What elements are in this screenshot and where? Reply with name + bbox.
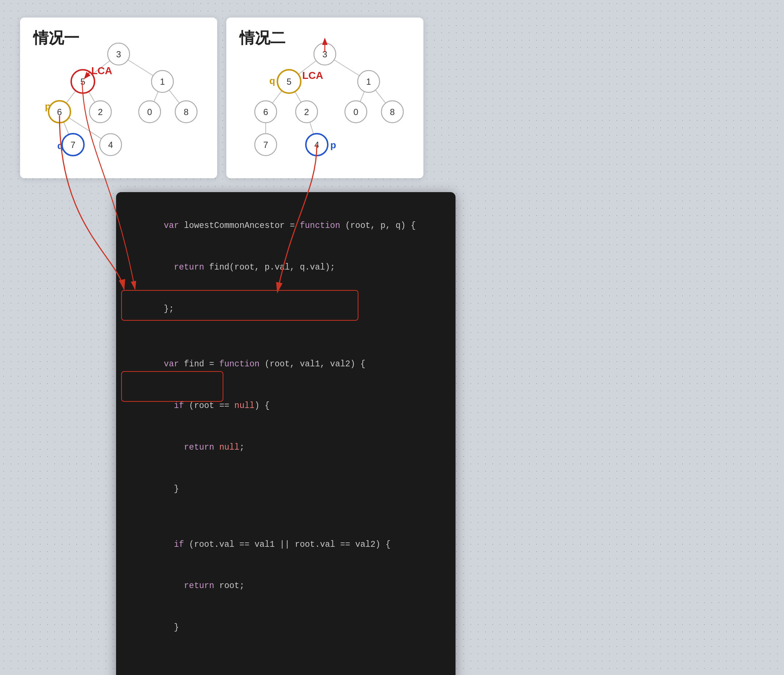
svg-line-1 <box>119 54 162 81</box>
code-line-1: var lowestCommonAncestor = function (roo… <box>134 205 438 247</box>
svg-line-6 <box>59 112 73 145</box>
svg-text:8: 8 <box>184 107 188 117</box>
code-content: var lowestCommonAncestor = function (roo… <box>134 205 438 675</box>
svg-point-39 <box>277 70 301 93</box>
svg-text:2: 2 <box>98 107 103 117</box>
svg-line-30 <box>325 54 369 81</box>
code-line-6: return null; <box>134 427 438 469</box>
svg-text:6: 6 <box>263 107 268 117</box>
svg-point-16 <box>89 101 111 123</box>
case2-card: 情况二 3 5 1 6 2 0 8 7 <box>226 17 423 178</box>
svg-point-43 <box>255 101 277 123</box>
svg-line-7 <box>59 112 110 145</box>
svg-text:4: 4 <box>108 140 113 150</box>
svg-text:4: 4 <box>314 140 319 150</box>
svg-text:1: 1 <box>366 77 371 87</box>
code-line-5: if (root == null) { <box>134 385 438 427</box>
svg-text:3: 3 <box>322 49 327 59</box>
svg-point-49 <box>381 101 403 123</box>
code-line-9: return root; <box>134 566 438 607</box>
svg-text:0: 0 <box>353 107 358 117</box>
svg-line-4 <box>149 81 162 112</box>
svg-text:3: 3 <box>116 49 121 59</box>
svg-text:0: 0 <box>147 107 152 117</box>
svg-line-31 <box>266 81 289 112</box>
svg-line-3 <box>83 81 100 112</box>
svg-point-22 <box>62 134 84 156</box>
code-card: var lowestCommonAncestor = function (roo… <box>116 192 456 675</box>
svg-text:8: 8 <box>390 107 395 117</box>
code-line-4: var find = function (root, val1, val2) { <box>134 344 438 385</box>
code-line-8: if (root.val == val1 || root.val == val2… <box>134 524 438 566</box>
svg-line-0 <box>83 54 119 81</box>
svg-line-36 <box>306 112 317 145</box>
svg-text:p: p <box>330 140 336 151</box>
code-line-11: let left = find(root.left, val1, val2); <box>134 663 438 675</box>
code-line-3: }; <box>134 288 438 330</box>
svg-line-5 <box>162 81 186 112</box>
svg-line-29 <box>289 54 325 81</box>
svg-line-33 <box>356 81 369 112</box>
svg-text:2: 2 <box>304 107 309 117</box>
svg-point-51 <box>255 134 277 156</box>
svg-text:LCA: LCA <box>302 70 324 81</box>
svg-line-2 <box>59 81 83 112</box>
svg-line-34 <box>369 81 392 112</box>
svg-text:LCA: LCA <box>91 65 112 76</box>
svg-text:q: q <box>57 140 63 151</box>
code-line-7: } <box>134 469 438 510</box>
svg-text:p: p <box>45 101 51 112</box>
code-line-2: return find(root, p.val, q.val); <box>134 247 438 288</box>
svg-text:q: q <box>269 75 275 86</box>
code-line-blank3 <box>134 649 438 663</box>
svg-text:6: 6 <box>57 107 62 117</box>
svg-point-53 <box>306 134 328 156</box>
svg-point-45 <box>296 101 317 123</box>
svg-text:5: 5 <box>80 77 85 87</box>
svg-point-12 <box>151 70 173 92</box>
case1-card: 情况一 3 5 1 6 2 <box>20 17 217 178</box>
code-line-10: } <box>134 607 438 649</box>
svg-text:5: 5 <box>286 77 291 87</box>
svg-point-24 <box>100 134 121 156</box>
code-line-blank2 <box>134 510 438 524</box>
case1-title: 情况一 <box>20 17 217 48</box>
svg-point-41 <box>358 70 380 92</box>
svg-point-14 <box>48 101 70 123</box>
svg-point-20 <box>175 101 197 123</box>
svg-point-18 <box>139 101 160 123</box>
svg-text:7: 7 <box>70 140 75 150</box>
svg-point-47 <box>345 101 367 123</box>
case2-title: 情况二 <box>226 17 423 48</box>
svg-text:7: 7 <box>263 140 268 150</box>
svg-line-32 <box>289 81 306 112</box>
code-line-blank1 <box>134 330 438 344</box>
svg-point-10 <box>71 70 95 93</box>
svg-text:1: 1 <box>160 77 165 87</box>
